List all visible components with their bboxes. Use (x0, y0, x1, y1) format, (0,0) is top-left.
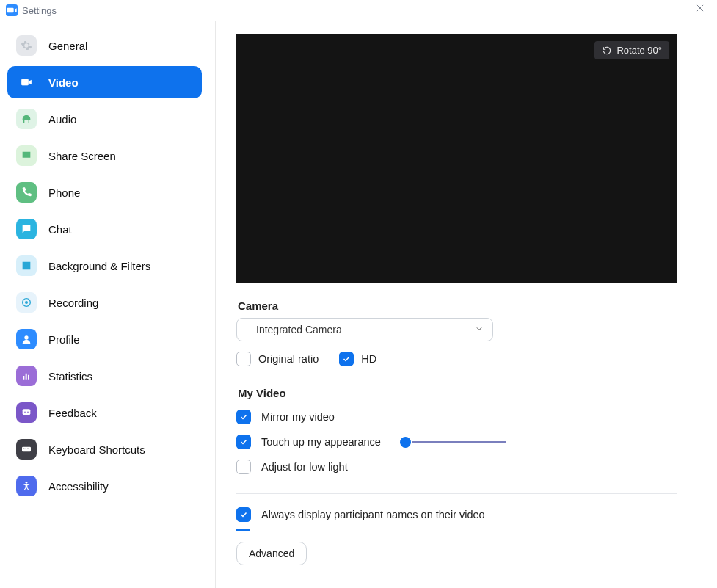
svg-rect-9 (27, 449, 28, 449)
my-video-section-label: My Video (238, 387, 678, 399)
video-preview: Rotate 90° (236, 34, 677, 283)
titlebar: Settings (0, 0, 717, 21)
svg-point-2 (24, 335, 28, 339)
mirror-video-label: Mirror my video (261, 411, 335, 423)
keyboard-icon (16, 439, 37, 460)
camera-select-value: Integrated Camera (246, 324, 342, 335)
svg-rect-3 (23, 409, 31, 415)
rotate-icon (602, 46, 612, 56)
sidebar-item-keyboard-shortcuts[interactable]: Keyboard Shortcuts (7, 433, 202, 465)
divider (236, 493, 677, 494)
low-light-label: Adjust for low light (261, 461, 348, 473)
app-icon (6, 4, 18, 16)
hd-label: HD (361, 353, 376, 365)
touch-up-checkbox[interactable] (236, 435, 251, 449)
recording-icon (16, 292, 37, 313)
sidebar-item-background-filters[interactable]: Background & Filters (7, 250, 202, 282)
sidebar-item-label: Audio (48, 113, 76, 126)
sidebar-item-label: Phone (48, 186, 80, 199)
always-display-names-label: Always display participant names on thei… (261, 509, 485, 520)
slider-thumb[interactable] (400, 437, 411, 448)
close-icon (695, 3, 705, 13)
statistics-icon (16, 366, 37, 386)
sidebar: General Video Audio Share Screen (0, 21, 216, 588)
original-ratio-label: Original ratio (258, 353, 319, 365)
camera-section-label: Camera (238, 300, 678, 312)
video-icon (16, 72, 37, 92)
sidebar-item-label: Share Screen (48, 150, 116, 162)
settings-panel-video: Rotate 90° Camera Integrated Camera Orig… (216, 21, 717, 588)
sidebar-item-label: Feedback (48, 407, 97, 419)
always-display-names-checkbox[interactable] (236, 507, 251, 522)
accessibility-icon (16, 476, 37, 496)
camera-select[interactable]: Integrated Camera (236, 318, 493, 341)
sidebar-item-label: Chat (48, 223, 72, 236)
svg-point-1 (25, 301, 28, 304)
sidebar-item-general[interactable]: General (7, 29, 202, 62)
chat-icon (16, 219, 37, 239)
svg-point-5 (27, 412, 29, 413)
close-button[interactable] (695, 3, 710, 18)
slider-track (412, 441, 506, 443)
gear-icon (16, 35, 37, 56)
rotate-button-label: Rotate 90° (616, 45, 662, 56)
sidebar-item-video[interactable]: Video (7, 66, 202, 98)
svg-point-4 (24, 412, 26, 413)
sidebar-item-accessibility[interactable]: Accessibility (7, 470, 202, 502)
sidebar-item-statistics[interactable]: Statistics (7, 360, 202, 392)
sidebar-item-label: Profile (48, 333, 80, 346)
sidebar-item-label: Statistics (48, 370, 92, 382)
advanced-button-label: Advanced (249, 548, 294, 559)
sidebar-item-label: Keyboard Shortcuts (48, 443, 145, 456)
sidebar-item-phone[interactable]: Phone (7, 176, 202, 208)
background-icon (16, 255, 37, 276)
touch-up-label: Touch up my appearance (261, 436, 381, 448)
sidebar-item-feedback[interactable]: Feedback (7, 396, 202, 429)
svg-rect-8 (26, 449, 26, 449)
window-title: Settings (22, 5, 57, 16)
advanced-button[interactable]: Advanced (236, 542, 307, 565)
sidebar-item-label: General (48, 40, 87, 52)
mirror-video-checkbox[interactable] (236, 410, 251, 424)
svg-rect-7 (23, 449, 24, 449)
low-light-checkbox[interactable] (236, 460, 251, 474)
phone-icon (16, 182, 37, 203)
headphones-icon (16, 109, 37, 129)
sidebar-item-label: Accessibility (48, 480, 109, 493)
sidebar-item-label: Video (48, 76, 79, 89)
touch-up-slider[interactable] (400, 437, 506, 448)
sidebar-item-recording[interactable]: Recording (7, 286, 202, 319)
sidebar-item-label: Background & Filters (48, 260, 150, 272)
sidebar-item-chat[interactable]: Chat (7, 213, 202, 245)
sidebar-item-profile[interactable]: Profile (7, 323, 202, 355)
sidebar-item-audio[interactable]: Audio (7, 103, 202, 135)
sidebar-item-label: Recording (48, 297, 98, 309)
sidebar-item-share-screen[interactable]: Share Screen (7, 139, 202, 172)
hd-checkbox[interactable] (339, 352, 354, 366)
share-screen-icon (16, 145, 37, 166)
cutoff-indicator (236, 529, 250, 531)
profile-icon (16, 329, 37, 349)
settings-window: Settings General Video (0, 0, 717, 588)
original-ratio-checkbox[interactable] (236, 352, 251, 366)
rotate-button[interactable]: Rotate 90° (594, 41, 669, 59)
chevron-down-icon (475, 324, 484, 335)
svg-point-10 (26, 482, 28, 484)
feedback-icon (16, 402, 37, 423)
